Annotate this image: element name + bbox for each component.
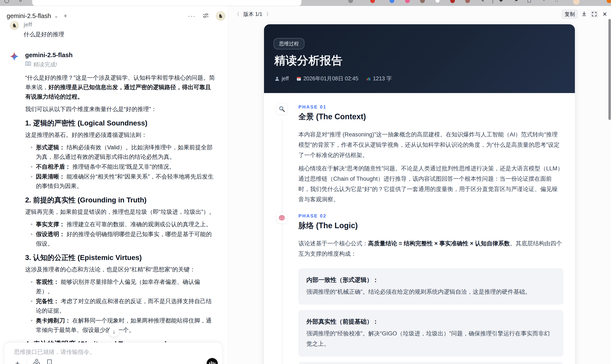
browser-extension-icon[interactable] [420, 0, 425, 3]
browser-grid-icon[interactable]: ∷ [555, 0, 558, 3]
bar-chart-icon [366, 76, 371, 81]
dimension-cards: 内部一致性（形式逻辑）： 强调推理的“机械正确”。结论必须在给定的规则系统内逻辑… [298, 268, 563, 364]
scroll-to-bottom-button[interactable]: ↓ [108, 326, 119, 337]
download-icon[interactable] [581, 11, 587, 17]
assistant-status-row: 精读完成! [25, 61, 216, 68]
browser-apps-icon[interactable]: ⠿ [19, 0, 22, 3]
settings-sliders-icon[interactable] [202, 12, 209, 20]
phase-label: PHASE 01 [298, 104, 563, 110]
dimension-intro: 我们可以从以下四个维度来衡量什么是“好的推理”： [25, 104, 216, 114]
gemini-star-icon [10, 52, 19, 61]
scrollbar-thumb[interactable] [608, 19, 611, 120]
browser-clock-icon[interactable]: ◔ [542, 0, 545, 3]
browser-reload-icon[interactable]: ◯ [4, 0, 9, 3]
arrow-down-icon: ↓ [113, 328, 115, 335]
list-item: 假设透明： 好的推理会明确指明哪些是已知事实，哪些是基于可能的假设。 [36, 230, 216, 248]
assistant-richtext: “什么是好的推理？”这是一个涉及逻辑学、认知科学和哲学核心的问题。简单来说，好的… [25, 73, 216, 364]
chat-header: gemini-2.5-flash ⌄ + ··· ♞ [0, 10, 228, 22]
assistant-message: gemini-2.5-flash 精读完成! “什么是好的推 [10, 52, 216, 364]
list-item: 事实支撑： 推理建立在可靠的数据、准确的观测或公认的真理之上。 [36, 220, 216, 229]
phase-label: PHASE 02 [298, 213, 563, 219]
dimension-card: 主体伦理（认识美德）： 转向推理者的心理特征。引入奥卡姆剃刀和反向论证，旨在克服… [298, 362, 563, 364]
user-avatar[interactable]: ♞ [216, 11, 225, 21]
phase-section-2: PHASE 02 脉络 (The Logic) 该论述基于一个核心公式：高质量结… [298, 213, 563, 364]
list-item: 完备性： 考虑了对立的观点和潜在的反证，而不是只选择支持自己结论的证据。 [36, 297, 216, 315]
user-message: 什么是好的推理 [24, 30, 64, 38]
report-body: PHASE 01 全景 (The Context) 本内容是对“推理 (Reas… [264, 93, 575, 364]
copy-button[interactable]: 复制 [561, 9, 578, 19]
model-switcher[interactable]: gemini-2.5-flash ⌄ + [0, 12, 67, 20]
word-count-meta: 1213 字 [366, 75, 392, 82]
list-item: 因果清晰： 能准确区分“相关性”和“因果关系”，不会轻率地将先后发生的事情归为因… [36, 172, 216, 191]
report-meta: jeff 2026年01月08日 02:45 [275, 75, 392, 82]
browser-address-bar[interactable] [32, 0, 301, 6]
artifact-toolbar: 〈 版本 1/1 〉 复制 [228, 9, 611, 20]
bullet-list: 客观性： 能够识别并尽量排除个人偏见（如幸存者偏差、确认偏差）。 完备性： 考虑… [25, 277, 216, 335]
app-window: gemini-2.5-flash ⌄ + ··· ♞ ♞ [0, 6, 611, 364]
list-item: 形式逻辑： 结构必须有效（Valid）。比如演绎推理中，如果前提全部为真，那么通… [36, 143, 216, 162]
version-next-button[interactable]: 〉 [266, 11, 271, 18]
phase-paragraph: 本内容是对“推理 (Reasoning)”这一抽象概念的高层建模。在知识爆炸与人… [298, 129, 563, 160]
browser-flag-icon[interactable]: ⚑ [514, 0, 518, 3]
phase-timeline [282, 119, 282, 364]
assistant-model-name: gemini-2.5-flash [25, 52, 216, 59]
intro-paragraph: “什么是好的推理？”这是一个涉及逻辑学、认知科学和哲学核心的问题。简单来说，好的… [25, 73, 216, 101]
expand-fullscreen-icon[interactable] [590, 10, 598, 18]
report-card: 思维过程 精读分析报告 jeff [264, 24, 575, 364]
list-item: 不自相矛盾： 推理链条中不能出现“既是又非”的情况。 [36, 162, 216, 171]
browser-extension-icon[interactable] [465, 0, 470, 3]
person-icon [275, 76, 279, 81]
browser-pin-icon[interactable]: ✚ [499, 0, 503, 3]
attach-plus-button[interactable]: ＋ [14, 360, 21, 364]
browser-extension-icon[interactable] [607, 0, 611, 3]
composer-placeholder: 思维接口已就绪，请传输指令。 [14, 348, 95, 356]
model-name: gemini-2.5-flash [7, 13, 51, 20]
calendar-icon [296, 76, 301, 81]
magnifier-icon [276, 103, 287, 115]
phase-title: 脉络 (The Logic) [298, 221, 563, 231]
browser-extension-icon[interactable] [405, 0, 410, 3]
browser-profile-avatar[interactable] [573, 0, 580, 5]
skills-diamonds-icon[interactable] [33, 359, 40, 364]
version-prev-button[interactable]: 〈 [234, 11, 239, 18]
user-message-row: ♞ jeff 什么是好的推理 [10, 21, 64, 38]
user-name: jeff [24, 21, 64, 28]
bullet-list: 事实支撑： 推理建立在可靠的数据、准确的观测或公认的真理之上。 假设透明： 好的… [25, 220, 216, 248]
dimension-card: 内部一致性（形式逻辑）： 强调推理的“机械正确”。结论必须在给定的规则系统内逻辑… [298, 268, 563, 304]
phase-section-1: PHASE 01 全景 (The Context) 本内容是对“推理 (Reas… [298, 104, 563, 205]
browser-extension-icon[interactable] [370, 0, 375, 3]
section-heading: 2. 前提的真实性 (Grounding in Truth) [25, 195, 216, 205]
report-badge: 思维过程 [273, 38, 305, 49]
version-label: 版本 1/1 [243, 11, 262, 18]
brain-icon [276, 212, 287, 223]
report-hero: 思维过程 精读分析报告 jeff [264, 24, 575, 93]
dimension-card: 外部真实性（前提基础）： 强调推理的“经验校准”。解决“GIGO（垃圾进，垃圾出… [298, 310, 563, 356]
browser-extension-icon[interactable] [450, 0, 455, 3]
chevron-down-icon: ⌄ [54, 13, 58, 19]
date-meta: 2026年01月08日 02:45 [296, 75, 359, 82]
browser-extension-icon[interactable] [390, 0, 394, 3]
author-meta: jeff [275, 75, 289, 82]
bullet-list: 形式逻辑： 结构必须有效（Valid）。比如演绎推理中，如果前提全部为真，那么通… [25, 143, 216, 191]
open-book-icon [25, 61, 31, 68]
phase-title: 全景 (The Context) [298, 112, 563, 122]
chat-panel: gemini-2.5-flash ⌄ + ··· ♞ ♞ [0, 6, 228, 364]
phase-paragraph: 核心情境在于解决“思考的随意性”问题。不论是人类通过批判性思维进行决策，还是大语… [298, 163, 563, 205]
close-icon[interactable]: ✕ [601, 11, 608, 18]
section-heading: 1. 逻辑的严密性 (Logical Soundness) [25, 119, 216, 128]
list-item: 奥卡姆剃刀： 在解释同一个现象时，如果两种推理都能站得住脚，通常倾向于最简单、假… [36, 316, 216, 335]
report-title: 精读分析报告 [274, 53, 343, 68]
message-composer[interactable]: 思维接口已就绪，请传输指令。 ＋ [4, 342, 223, 364]
screen: ◯ ⠿ ✎ ✚ ⚑ ▢ ◔ ∷ [0, 0, 611, 364]
section-heading: 3. 认知的公正性 (Epistemic Virtues) [25, 253, 216, 262]
browser-toolbar: ◯ ⠿ ✎ ✚ ⚑ ▢ ◔ ∷ [0, 0, 611, 6]
browser-extension-icon[interactable] [435, 0, 440, 3]
more-options-button[interactable]: ··· [188, 12, 196, 20]
browser-extension-icon[interactable]: ✎ [481, 0, 484, 3]
voice-input-button[interactable] [207, 358, 218, 364]
user-avatar: ♞ [10, 21, 19, 30]
browser-extension-icon[interactable] [348, 0, 353, 3]
browser-box-icon[interactable]: ▢ [527, 0, 531, 3]
new-chat-button[interactable]: + [63, 12, 67, 20]
bookmark-icon[interactable] [46, 359, 53, 364]
